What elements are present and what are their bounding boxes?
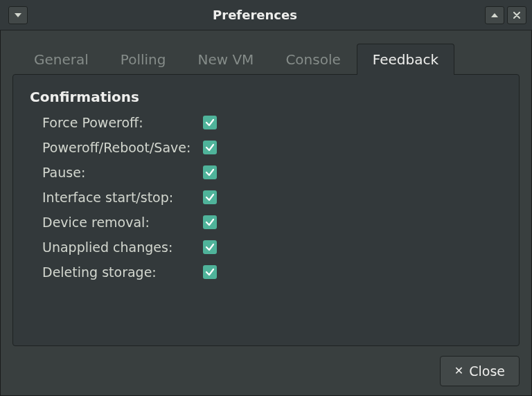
checkbox-interface-start-stop[interactable]	[203, 190, 217, 204]
label-device-removal: Device removal:	[42, 215, 203, 230]
tab-feedback[interactable]: Feedback	[357, 44, 454, 75]
checkmark-icon	[205, 143, 215, 152]
titlebar: Preferences	[0, 0, 532, 30]
confirmations-list: Force Poweroff: Poweroff/Reboot/Save: Pa…	[30, 115, 502, 280]
preferences-window: Preferences General Polling New VM Conso…	[0, 0, 532, 396]
chevron-up-icon	[491, 13, 498, 17]
checkmark-icon	[205, 118, 215, 127]
tabpanel-feedback: Confirmations Force Poweroff: Poweroff/R…	[12, 74, 520, 346]
close-icon: ✕	[454, 366, 463, 377]
window-menu-button[interactable]	[8, 6, 28, 24]
row-interface-start-stop: Interface start/stop:	[42, 190, 502, 205]
checkbox-pause[interactable]	[203, 165, 217, 179]
tab-polling[interactable]: Polling	[105, 44, 182, 75]
checkmark-icon	[205, 242, 215, 252]
row-poweroff-reboot-save: Poweroff/Reboot/Save:	[42, 140, 502, 155]
section-title-confirmations: Confirmations	[30, 89, 502, 105]
checkmark-icon	[205, 217, 215, 227]
label-unapplied-changes: Unapplied changes:	[42, 240, 203, 255]
tabstrip: General Polling New VM Console Feedback	[12, 43, 520, 74]
window-restore-button[interactable]	[485, 6, 504, 24]
window-close-button[interactable]	[507, 6, 526, 24]
close-icon	[513, 12, 520, 19]
tab-label: New VM	[197, 51, 254, 68]
close-button-label: Close	[469, 363, 505, 379]
dialog-buttonbar: ✕ Close	[12, 346, 520, 386]
content-area: General Polling New VM Console Feedback …	[0, 30, 532, 396]
chevron-down-icon	[15, 13, 21, 17]
checkmark-icon	[205, 192, 215, 202]
checkmark-icon	[205, 267, 215, 277]
tab-general[interactable]: General	[18, 44, 105, 75]
window-title: Preferences	[28, 8, 482, 22]
checkbox-force-poweroff[interactable]	[203, 116, 217, 129]
tab-label: Feedback	[373, 51, 438, 68]
row-device-removal: Device removal:	[42, 215, 502, 230]
row-pause: Pause:	[42, 165, 502, 180]
close-button[interactable]: ✕ Close	[440, 356, 520, 386]
label-pause: Pause:	[42, 165, 203, 180]
label-force-poweroff: Force Poweroff:	[42, 115, 203, 130]
label-deleting-storage: Deleting storage:	[42, 264, 203, 280]
tab-console[interactable]: Console	[269, 44, 356, 75]
checkmark-icon	[205, 168, 215, 177]
checkbox-unapplied-changes[interactable]	[203, 240, 217, 254]
checkbox-device-removal[interactable]	[203, 215, 217, 229]
tab-label: General	[34, 51, 89, 68]
label-interface-start-stop: Interface start/stop:	[42, 190, 203, 205]
tab-label: Polling	[121, 51, 166, 68]
tab-label: Console	[285, 51, 340, 68]
row-unapplied-changes: Unapplied changes:	[42, 240, 502, 255]
label-poweroff-reboot-save: Poweroff/Reboot/Save:	[42, 140, 203, 155]
checkbox-poweroff-reboot-save[interactable]	[203, 141, 217, 154]
tab-new-vm[interactable]: New VM	[181, 44, 269, 75]
checkbox-deleting-storage[interactable]	[203, 265, 217, 279]
row-deleting-storage: Deleting storage:	[42, 264, 502, 280]
row-force-poweroff: Force Poweroff:	[42, 115, 502, 130]
